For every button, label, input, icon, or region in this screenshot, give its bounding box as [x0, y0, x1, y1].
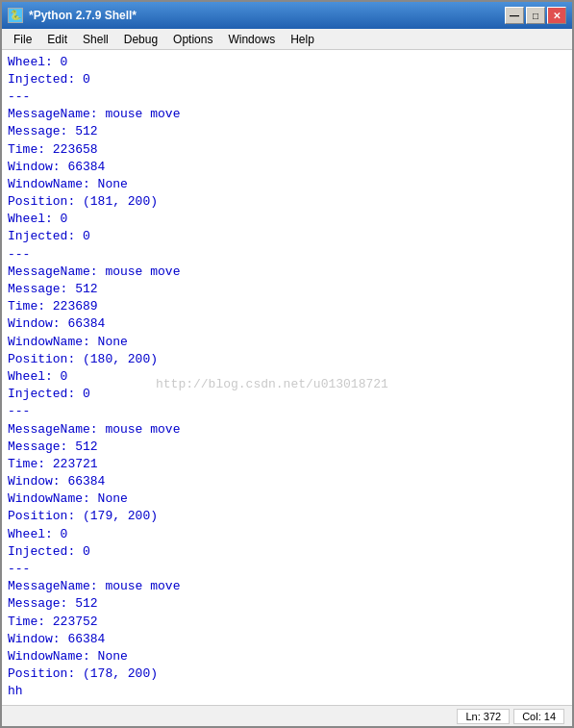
shell-line: WindowName: None: [8, 490, 566, 508]
shell-output[interactable]: Window: 66384WindowName: NonePosition: (…: [2, 50, 572, 705]
shell-line: Wheel: 0: [8, 54, 566, 71]
shell-line: Wheel: 0: [8, 368, 566, 386]
status-col: Col: 14: [513, 709, 564, 724]
shell-line: Injected: 0: [8, 543, 566, 561]
shell-line: Message: 512: [8, 281, 566, 298]
menu-edit[interactable]: Edit: [39, 31, 75, 48]
window-title: *Python 2.7.9 Shell*: [29, 9, 137, 22]
shell-line: MessageName: mouse move: [8, 106, 566, 123]
shell-line: WindowName: None: [8, 334, 566, 351]
minimize-button[interactable]: —: [505, 7, 524, 24]
shell-line: Message: 512: [8, 123, 566, 140]
app-icon: 🐍: [8, 8, 23, 23]
shell-line: Window: 66384: [8, 315, 566, 333]
title-buttons: — □ ✕: [505, 7, 566, 24]
shell-line: Window: 66384: [8, 159, 566, 176]
shell-line: Window: 66384: [8, 631, 566, 648]
prompt-line[interactable]: hh: [8, 683, 566, 700]
shell-line: Injected: 0: [8, 71, 566, 88]
close-button[interactable]: ✕: [547, 7, 566, 24]
menu-windows[interactable]: Windows: [220, 31, 283, 48]
shell-line: Wheel: 0: [8, 211, 566, 228]
shell-line: Time: 223752: [8, 614, 566, 631]
shell-line: Time: 223689: [8, 298, 566, 315]
status-bar: Ln: 372 Col: 14: [2, 705, 572, 726]
shell-line: MessageName: mouse move: [8, 264, 566, 281]
shell-line: Position: (178, 200): [8, 665, 566, 683]
shell-line: Time: 223721: [8, 456, 566, 473]
shell-line: Time: 223658: [8, 141, 566, 159]
shell-line: MessageName: mouse move: [8, 578, 566, 595]
shell-line: Position: (180, 200): [8, 351, 566, 368]
main-window: 🐍 *Python 2.7.9 Shell* — □ ✕ File Edit S…: [0, 0, 574, 728]
status-line: Ln: 372: [457, 709, 510, 724]
menu-file[interactable]: File: [6, 31, 39, 48]
shell-line: Position: (179, 200): [8, 508, 566, 525]
shell-separator: ---: [8, 403, 566, 420]
shell-line: Window: 66384: [8, 473, 566, 490]
menu-options[interactable]: Options: [165, 31, 220, 48]
shell-separator: ---: [8, 246, 566, 264]
shell-line: WindowName: None: [8, 176, 566, 193]
shell-line: Wheel: 0: [8, 526, 566, 543]
shell-line: Message: 512: [8, 439, 566, 456]
shell-line: Injected: 0: [8, 386, 566, 403]
shell-separator: ---: [8, 88, 566, 106]
title-bar-left: 🐍 *Python 2.7.9 Shell*: [8, 8, 137, 23]
menu-help[interactable]: Help: [283, 31, 322, 48]
shell-line: MessageName: mouse move: [8, 421, 566, 439]
shell-line: WindowName: None: [8, 648, 566, 665]
shell-line: Injected: 0: [8, 228, 566, 245]
shell-line: Message: 512: [8, 595, 566, 613]
shell-separator: ---: [8, 561, 566, 578]
menu-shell[interactable]: Shell: [75, 31, 116, 48]
menu-debug[interactable]: Debug: [116, 31, 165, 48]
shell-line: Position: (181, 200): [8, 193, 566, 211]
maximize-button[interactable]: □: [526, 7, 545, 24]
content-area: Window: 66384WindowName: NonePosition: (…: [2, 50, 572, 705]
title-bar: 🐍 *Python 2.7.9 Shell* — □ ✕: [2, 2, 572, 29]
menu-bar: File Edit Shell Debug Options Windows He…: [2, 29, 572, 50]
